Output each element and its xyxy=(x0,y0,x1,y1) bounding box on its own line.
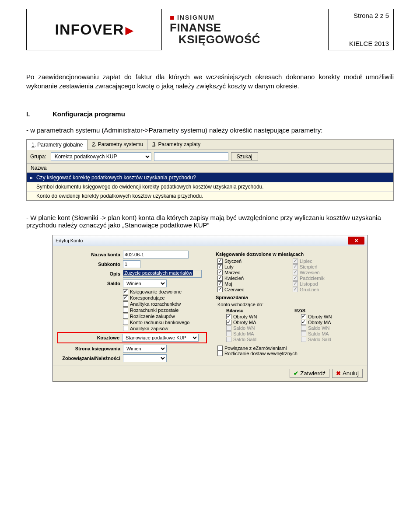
kosztowe-select[interactable]: Stanowiące podatkowe KUP xyxy=(122,334,199,342)
nazwa-label: Nazwa konta xyxy=(57,252,123,257)
zobow-label: Zobowiązania/Należności xyxy=(57,356,123,361)
grid-row-0[interactable]: ▸Czy księgować korektę podatkowych koszt… xyxy=(27,173,393,182)
left-column: Nazwa konta Subkonto OpisZużycie pozosta… xyxy=(57,251,207,364)
col-bilansu: Bilansu xyxy=(226,308,294,313)
cb-ksiegowanie-dozwolone[interactable]: Księgowanie dozwolone xyxy=(123,289,207,294)
rzis-saldo-ma: Saldo MA xyxy=(301,331,363,336)
month-sierpien: Sierpień xyxy=(293,264,363,269)
months-grid: Styczeń Lipiec Luty Sierpień Marzec Wrze… xyxy=(217,258,363,292)
params-grid: Nazwa ▸Czy księgować korektę podatkowych… xyxy=(27,163,393,200)
grid-row-2[interactable]: Konto do ewidencji korekty podatkowych k… xyxy=(27,191,393,200)
month-grudzien: Grudzień xyxy=(293,287,363,292)
cb-analityka-zapisow[interactable]: Analityka zapisów xyxy=(123,326,207,331)
zobow-select[interactable] xyxy=(123,354,167,362)
search-button[interactable]: Szukaj xyxy=(231,152,258,161)
rzis-saldo-wn: Saldo WN xyxy=(301,325,363,331)
grid-cell-1: Symbol dokumentu księgowego do ewidencji… xyxy=(36,184,264,190)
saldo-label: Saldo xyxy=(57,281,123,286)
product-title: ■INSIGNUM FINANSE KSIĘGOWOŚĆ xyxy=(170,9,328,50)
subkonto-input[interactable] xyxy=(123,260,140,268)
month-pazdziernik: Październik xyxy=(293,276,363,281)
dialog-title: Edytuj Konto xyxy=(56,238,83,243)
square-icon: ■ xyxy=(170,14,175,22)
month-kwiecien[interactable]: Kwiecień xyxy=(217,276,287,281)
month-lipiec: Lipiec xyxy=(293,258,363,264)
bil-obroty-ma[interactable]: Obroty MA xyxy=(226,320,288,325)
body-line-2: - W planie kont (Słowniki -> plan kont) … xyxy=(26,214,394,229)
cb-analityka-rozrachunkow[interactable]: Analityka rozrachunków xyxy=(123,301,207,307)
cb-konto-rachunku[interactable]: Konto rachunku bankowego xyxy=(123,320,207,325)
tab-1[interactable]: 1. Parametry globalne xyxy=(27,140,88,150)
month-listopad: Listopad xyxy=(293,281,363,286)
bil-saldo-ma: Saldo MA xyxy=(226,331,288,336)
page-info-box: Strona 2 z 5 KIELCE 2013 xyxy=(328,9,394,50)
spraw-head: Bilansu RZiS xyxy=(226,308,363,313)
kosztowe-row: Kosztowe Stanowiące podatkowe KUP xyxy=(57,332,207,343)
intro-paragraph: Po zaewidencjonowaniu zapłat do faktur d… xyxy=(26,72,394,91)
finanse-label: FINANSE xyxy=(170,22,328,34)
infover-logo-text: INFOVER xyxy=(55,21,124,38)
body-line-1: - w parametrach systemu (Administrator->… xyxy=(26,126,394,134)
nazwa-input[interactable] xyxy=(123,251,189,258)
strona-select[interactable]: Winien xyxy=(123,345,167,353)
opis-input[interactable]: Zużycie pozostałych materiałów xyxy=(123,270,193,276)
check-icon: ✔ xyxy=(294,370,298,377)
dialog-footer: ✔Zatwierdź ✖Anuluj xyxy=(53,366,367,381)
bil-saldo-wn: Saldo WN xyxy=(226,325,288,331)
opis-label: Opis xyxy=(57,271,123,276)
cb-rozrachunki-pozostale[interactable]: Rozrachunki pozostałe xyxy=(123,307,207,313)
month-marzec[interactable]: Marzec xyxy=(217,270,287,275)
cancel-button[interactable]: ✖Anuluj xyxy=(332,369,363,378)
rzis-saldo-sald: Saldo Sald xyxy=(301,337,363,342)
spraw-sub: Konto wchodzące do: xyxy=(217,302,363,307)
col-rzis: RZiS xyxy=(294,308,363,313)
saldo-select[interactable]: Winien xyxy=(123,279,167,287)
month-maj[interactable]: Maj xyxy=(217,281,287,286)
month-czerwiec[interactable]: Czerwiec xyxy=(217,287,287,292)
month-styczen[interactable]: Styczeń xyxy=(217,258,287,264)
months-title: Księgowanie dozwolone w miesiącach xyxy=(216,252,363,257)
group-select[interactable]: Korekta podatkowych KUP xyxy=(51,152,151,161)
rzis-obroty-wn[interactable]: Obroty WN xyxy=(301,314,363,319)
spraw-title: Sprawozdania xyxy=(216,295,363,300)
bil-saldo-sald: Saldo Sald xyxy=(226,337,288,342)
section-heading: I. Konfiguracja programu xyxy=(26,110,394,118)
grid-header: Nazwa xyxy=(27,163,393,173)
filter-row: Grupa: Korekta podatkowych KUP Szukaj xyxy=(27,150,393,163)
tab-2[interactable]: 2. Parametry systemu xyxy=(88,140,148,150)
infover-logo: INFOVER ▸ xyxy=(55,21,133,38)
spraw-grid: Obroty WN Obroty WN Obroty MA Obroty MA … xyxy=(226,314,363,342)
infover-logo-box: INFOVER ▸ xyxy=(26,9,162,50)
grid-cell-0: Czy księgować korektę podatkowych kosztó… xyxy=(36,175,196,181)
section-title: Konfiguracja programu xyxy=(52,110,125,118)
page-header: INFOVER ▸ ■INSIGNUM FINANSE KSIĘGOWOŚĆ S… xyxy=(26,9,394,50)
month-wrzesien: Wrzesień xyxy=(293,270,363,275)
group-label: Grupa: xyxy=(30,154,46,160)
tab-1-label: . Parametry globalne xyxy=(35,142,83,148)
cb-rozliczanie-dostaw[interactable]: Rozliczanie dostaw wewnętrznych xyxy=(217,351,363,356)
page-number: Strona 2 z 5 xyxy=(354,12,389,19)
grid-row-1[interactable]: Symbol dokumentu księgowego do ewidencji… xyxy=(27,182,393,191)
tabs-row: 1. Parametry globalne 2. Parametry syste… xyxy=(27,140,393,150)
bil-obroty-wn[interactable]: Obroty WN xyxy=(226,314,288,319)
edit-account-dialog: Edytuj Konto ✕ Nazwa konta Subkonto Opis… xyxy=(52,235,368,382)
subkonto-label: Subkonto xyxy=(57,262,123,267)
ok-button[interactable]: ✔Zatwierdź xyxy=(290,369,329,378)
doc-footer-label: KIELCE 2013 xyxy=(349,40,389,47)
section-roman: I. xyxy=(26,110,52,118)
cb-rozliczenie-zakupow[interactable]: Rozliczenie zakupów xyxy=(123,314,207,319)
strona-label: Strona księgowania xyxy=(57,346,123,351)
tab-3[interactable]: 3. Parametry zapłaty xyxy=(148,140,205,150)
x-icon: ✖ xyxy=(336,370,341,377)
ksiegowosc-label: KSIĘGOWOŚĆ xyxy=(170,34,328,45)
search-input[interactable] xyxy=(154,152,228,161)
kosztowe-label: Kosztowe xyxy=(59,335,122,340)
rzis-obroty-ma[interactable]: Obroty MA xyxy=(301,320,363,325)
cb-ezamowienia[interactable]: Powiązane z eZamówieniami xyxy=(217,346,363,351)
close-icon[interactable]: ✕ xyxy=(348,237,364,245)
month-luty[interactable]: Luty xyxy=(217,264,287,269)
cb-korespondujace[interactable]: Korespondujące xyxy=(123,295,207,300)
parameters-screenshot: 1. Parametry globalne 2. Parametry syste… xyxy=(26,139,394,201)
logo-chevron-icon: ▸ xyxy=(126,21,133,38)
insignum-label: INSIGNUM xyxy=(177,14,215,21)
